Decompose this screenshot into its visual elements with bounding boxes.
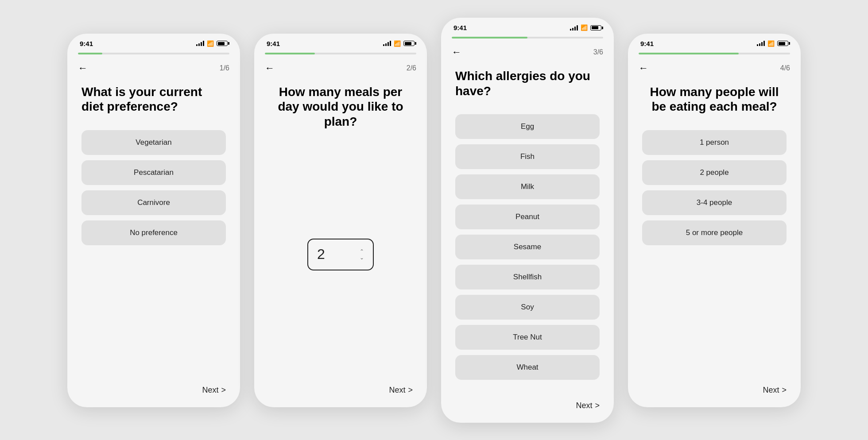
option-btn-3[interactable]: No preference	[81, 220, 226, 245]
next-button[interactable]: Next >	[389, 386, 413, 395]
phone-screen-3: 9:41 📶	[441, 18, 614, 423]
battery-icon	[403, 41, 415, 46]
next-label: Next	[763, 386, 779, 395]
header-row: ← 1/6	[67, 54, 240, 77]
status-icons: 📶	[383, 40, 415, 47]
phone-screen-4: 9:41 📶	[628, 34, 801, 407]
option-btn-0[interactable]: 1 person	[642, 130, 787, 155]
progress-container	[254, 51, 427, 54]
status-icons: 📶	[570, 24, 601, 31]
status-bar: 9:41 📶	[628, 34, 801, 51]
options-list: Vegetarian Pescatarian Carnivore No pref…	[81, 130, 226, 364]
question-title: How many meals per day would you like to…	[268, 85, 413, 129]
wifi-icon: 📶	[767, 40, 775, 47]
options-list: 1 person 2 people 3-4 people 5 or more p…	[642, 130, 787, 364]
next-label: Next	[576, 401, 592, 410]
phone-screen-2: 9:41 📶	[254, 34, 427, 407]
question-title: How many people will be eating each meal…	[642, 85, 787, 114]
wifi-icon: 📶	[581, 24, 588, 31]
screen-content: Which allergies do you have? Egg Fish Mi…	[441, 62, 614, 394]
step-indicator: 4/6	[780, 64, 790, 72]
option-btn-8[interactable]: Wheat	[455, 355, 600, 380]
phone-screen-1: 9:41 📶	[67, 34, 240, 407]
step-indicator: 1/6	[220, 64, 229, 72]
progress-container	[67, 51, 240, 54]
status-bar: 9:41 📶	[67, 34, 240, 51]
back-button[interactable]: ←	[78, 62, 88, 74]
option-btn-3[interactable]: 5 or more people	[642, 220, 787, 245]
option-btn-5[interactable]: Shellfish	[455, 265, 600, 289]
option-btn-1[interactable]: Pescatarian	[81, 160, 226, 185]
header-row: ← 4/6	[628, 54, 801, 77]
status-time: 9:41	[640, 40, 654, 47]
option-btn-2[interactable]: Carnivore	[81, 190, 226, 215]
back-button[interactable]: ←	[639, 62, 648, 74]
header-row: ← 2/6	[254, 54, 427, 77]
step-indicator: 2/6	[407, 64, 416, 72]
status-icons: 📶	[757, 40, 788, 47]
option-btn-1[interactable]: 2 people	[642, 160, 787, 185]
screen-content: What is your current diet preference? Ve…	[67, 77, 240, 378]
option-btn-2[interactable]: 3-4 people	[642, 190, 787, 215]
next-label: Next	[202, 386, 218, 395]
battery-icon	[590, 25, 601, 31]
stepper-value: 2	[317, 246, 325, 262]
option-btn-1[interactable]: Fish	[455, 144, 600, 169]
next-row: Next >	[67, 378, 240, 407]
next-chevron-icon: >	[782, 386, 787, 395]
option-btn-0[interactable]: Vegetarian	[81, 130, 226, 155]
options-list: Egg Fish Milk Peanut Sesame Shellfish So…	[455, 114, 600, 380]
next-button[interactable]: Next >	[576, 401, 600, 410]
question-title: What is your current diet preference?	[81, 85, 226, 114]
next-chevron-icon: >	[408, 386, 413, 395]
next-button[interactable]: Next >	[763, 386, 787, 395]
status-time: 9:41	[453, 24, 467, 31]
status-bar: 9:41 📶	[441, 18, 614, 35]
stepper-down-arrow[interactable]: ⌄	[360, 255, 364, 260]
stepper-container: 2 ⌃ ⌄	[268, 145, 413, 364]
next-row: Next >	[628, 378, 801, 407]
status-time: 9:41	[267, 40, 280, 47]
stepper-box: 2 ⌃ ⌄	[307, 239, 374, 270]
progress-container	[628, 51, 801, 54]
progress-container	[441, 35, 614, 39]
option-btn-2[interactable]: Milk	[455, 174, 600, 199]
wifi-icon: 📶	[394, 40, 401, 47]
screen-content: How many meals per day would you like to…	[254, 77, 427, 378]
option-btn-6[interactable]: Soy	[455, 295, 600, 320]
step-indicator: 3/6	[593, 48, 603, 56]
status-icons: 📶	[196, 40, 228, 47]
next-button[interactable]: Next >	[202, 386, 226, 395]
status-bar: 9:41 📶	[254, 34, 427, 51]
signal-icon	[570, 25, 578, 31]
battery-icon	[777, 41, 788, 46]
wifi-icon: 📶	[207, 40, 214, 47]
header-row: ← 3/6	[441, 39, 614, 62]
back-button[interactable]: ←	[452, 46, 461, 58]
next-chevron-icon: >	[595, 401, 600, 410]
stepper-up-arrow[interactable]: ⌃	[360, 249, 364, 254]
option-btn-4[interactable]: Sesame	[455, 235, 600, 259]
next-row: Next >	[441, 394, 614, 423]
signal-icon	[757, 41, 765, 46]
next-label: Next	[389, 386, 405, 395]
next-row: Next >	[254, 378, 427, 407]
signal-icon	[196, 41, 204, 46]
status-time: 9:41	[80, 40, 93, 47]
option-btn-0[interactable]: Egg	[455, 114, 600, 139]
next-chevron-icon: >	[221, 386, 226, 395]
back-button[interactable]: ←	[265, 62, 275, 74]
screens-container: 9:41 📶	[0, 0, 868, 440]
battery-icon	[217, 41, 228, 46]
option-btn-7[interactable]: Tree Nut	[455, 325, 600, 350]
question-title: Which allergies do you have?	[455, 69, 600, 98]
screen-content: How many people will be eating each meal…	[628, 77, 801, 378]
stepper-arrows: ⌃ ⌄	[360, 249, 364, 260]
option-btn-3[interactable]: Peanut	[455, 205, 600, 229]
signal-icon	[383, 41, 391, 46]
